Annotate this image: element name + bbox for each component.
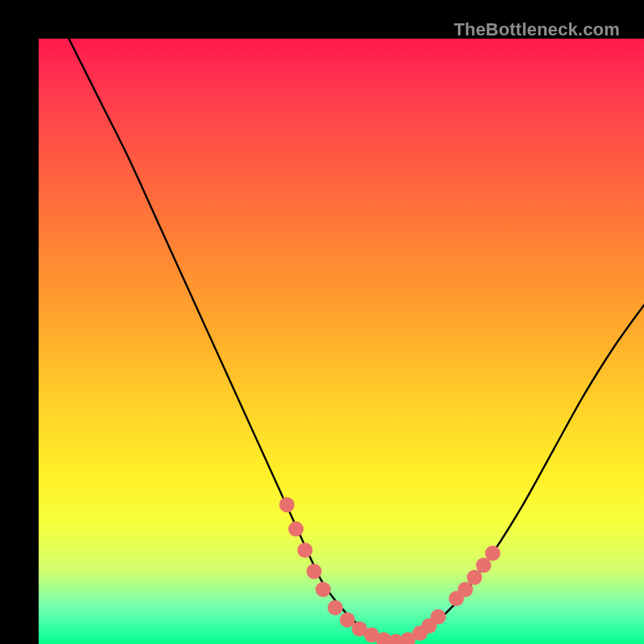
curve-marker — [316, 582, 331, 597]
watermark-text: TheBottleneck.com — [454, 19, 620, 40]
curve-marker — [485, 546, 501, 561]
curve-marker — [431, 609, 446, 625]
chart-frame: TheBottleneck.com — [0, 0, 644, 644]
bottleneck-curve — [69, 39, 644, 644]
curve-marker — [340, 612, 355, 627]
curve-marker — [458, 582, 473, 597]
curve-marker — [288, 522, 303, 537]
curve-marker — [297, 543, 312, 558]
curve-marker — [467, 570, 482, 585]
curve-marker — [307, 564, 322, 579]
curve-marker — [476, 558, 491, 573]
chart-svg — [39, 39, 644, 644]
curve-marker — [328, 600, 343, 615]
marker-group — [279, 497, 501, 644]
curve-marker — [279, 497, 295, 513]
plot-area — [39, 39, 644, 644]
